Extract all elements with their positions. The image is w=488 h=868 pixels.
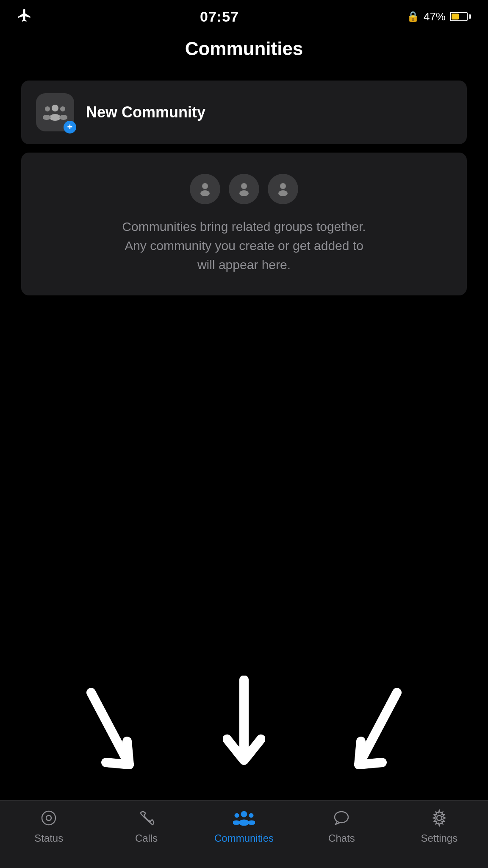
svg-point-15 [42,811,55,825]
community-icons-row [190,174,298,204]
svg-point-21 [249,813,253,818]
lock-icon: 🔒 [407,11,419,22]
airplane-mode-icon [17,8,32,26]
svg-point-16 [46,815,51,821]
communities-tab-icon [233,807,255,829]
svg-point-8 [241,183,247,189]
empty-state-card: Communities bring related groups togethe… [21,153,467,295]
calls-tab-icon [136,807,158,829]
communities-tab-label: Communities [214,832,274,844]
svg-point-10 [280,183,286,189]
tab-status[interactable]: Status [0,807,97,844]
community-icon-2 [229,174,259,204]
page-title-section: Communities [0,30,488,72]
plus-badge: + [64,121,76,134]
empty-state-description: Communities bring related groups togethe… [117,217,371,274]
svg-point-4 [60,106,65,111]
tab-bar: Status Calls Communities [0,800,488,868]
community-icon-3 [268,174,298,204]
status-time: 07:57 [200,8,239,25]
chats-tab-icon [330,807,352,829]
svg-line-12 [91,693,129,765]
svg-point-2 [45,106,50,111]
new-community-label: New Community [86,103,205,121]
svg-point-17 [241,811,247,817]
arrows-overlay [0,648,488,792]
settings-tab-icon [428,807,450,829]
svg-point-7 [200,190,210,196]
svg-point-20 [233,821,240,825]
status-tab-label: Status [34,832,63,844]
svg-point-0 [52,105,58,111]
arrow-center [223,676,265,779]
tab-calls[interactable]: Calls [97,807,195,844]
svg-point-18 [239,820,249,826]
arrow-right [346,684,405,779]
svg-point-6 [202,183,208,189]
svg-point-1 [50,114,61,121]
svg-point-24 [437,815,442,821]
status-bar: 07:57 🔒 47% [0,0,488,30]
svg-point-9 [239,190,249,196]
tab-communities[interactable]: Communities [195,807,293,844]
tab-settings[interactable]: Settings [391,807,488,844]
community-icon-1 [190,174,220,204]
svg-point-19 [235,813,239,818]
svg-line-14 [359,693,397,765]
svg-point-5 [59,115,67,120]
page-title: Communities [17,38,471,59]
chats-tab-label: Chats [328,832,355,844]
battery-icon [450,12,471,21]
main-content: + New Community [0,72,488,304]
new-community-icon-wrapper: + [36,93,74,131]
calls-tab-label: Calls [135,832,158,844]
tab-chats[interactable]: Chats [293,807,390,844]
svg-point-23 [335,812,348,823]
svg-point-11 [278,190,288,196]
status-indicators: 🔒 47% [407,10,471,23]
status-tab-icon [38,807,60,829]
settings-tab-label: Settings [421,832,458,844]
arrow-left [83,684,142,779]
svg-point-3 [43,115,51,120]
battery-percentage: 47% [424,10,446,23]
new-community-card[interactable]: + New Community [21,81,467,144]
svg-point-22 [248,821,255,825]
